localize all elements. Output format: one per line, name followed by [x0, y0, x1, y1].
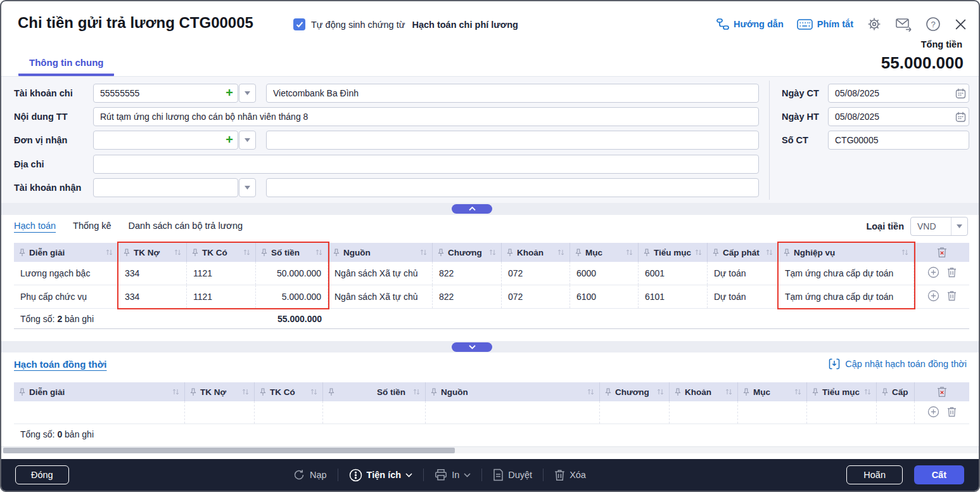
receiver-name-input[interactable]: [266, 131, 759, 150]
sort-icon[interactable]: [172, 388, 179, 396]
approve-button[interactable]: Duyệt: [493, 469, 532, 481]
cell-source[interactable]: Ngân sách Xã tự chủ: [328, 285, 433, 308]
col-credit-account[interactable]: TK Có: [187, 243, 256, 262]
receiver-unit-dropdown-button[interactable]: [239, 131, 256, 150]
bank-name-input[interactable]: [266, 84, 759, 103]
table-row[interactable]: Lương ngạch bậc 334 1121 50.000.000 Ngân…: [14, 262, 969, 285]
delete-button[interactable]: Xóa: [554, 469, 586, 481]
posting-date-input[interactable]: [828, 107, 969, 126]
cell-chapter[interactable]: 822: [433, 262, 502, 285]
tab-statistics[interactable]: Thống kê: [73, 221, 111, 231]
pay-account-dropdown-button[interactable]: [239, 84, 256, 103]
col-sub-item[interactable]: Tiểu mục: [639, 243, 708, 262]
sort-icon[interactable]: [310, 388, 317, 396]
cell-allocation[interactable]: Dự toán: [708, 262, 779, 285]
receive-account-input[interactable]: [93, 178, 238, 197]
cell-item[interactable]: [738, 401, 807, 424]
col-credit-account[interactable]: TK Có: [255, 382, 323, 401]
cell-source[interactable]: Ngân sách Xã tự chủ: [328, 262, 433, 285]
guide-link[interactable]: Hướng dẫn: [716, 18, 784, 30]
cell-amount[interactable]: 5.000.000: [256, 285, 328, 308]
col-amount[interactable]: Số tiền: [323, 382, 426, 401]
tab-accounting[interactable]: Hạch toán: [14, 221, 56, 231]
sort-icon[interactable]: [242, 388, 249, 396]
save-button[interactable]: Cất: [914, 465, 964, 484]
delete-all-rows-button[interactable]: [915, 382, 969, 401]
sort-icon[interactable]: [901, 249, 908, 256]
cell-debit[interactable]: [185, 401, 255, 424]
cell-credit[interactable]: [255, 401, 323, 424]
sort-icon[interactable]: [557, 249, 564, 256]
postpone-button[interactable]: Hoãn: [846, 465, 903, 484]
cell-item[interactable]: 6000: [570, 262, 639, 285]
sort-icon[interactable]: [413, 388, 420, 396]
receive-bank-input[interactable]: [266, 178, 759, 197]
col-chapter[interactable]: Chương: [433, 243, 502, 262]
currency-dropdown-button[interactable]: [951, 217, 967, 235]
col-sub-item[interactable]: Tiểu mục: [807, 382, 877, 401]
cell-allocation[interactable]: Dự toán: [708, 285, 779, 308]
cell-item-group[interactable]: 072: [502, 285, 570, 308]
delete-row-button[interactable]: [947, 267, 957, 280]
currency-select[interactable]: VND: [910, 217, 968, 236]
sort-icon[interactable]: [766, 249, 773, 256]
sort-icon[interactable]: [243, 249, 250, 256]
collapse-form-button[interactable]: [452, 204, 492, 214]
cell-description[interactable]: [14, 401, 185, 424]
col-debit-account[interactable]: TK Nợ: [185, 382, 255, 401]
cell-item[interactable]: 6100: [570, 285, 639, 308]
cell-item-group[interactable]: [670, 401, 738, 424]
sort-icon[interactable]: [695, 249, 702, 256]
cell-sub-item[interactable]: 6001: [639, 262, 708, 285]
add-receiver-icon[interactable]: +: [223, 131, 236, 150]
scrollbar-thumb[interactable]: [3, 448, 455, 453]
cell-sub-item[interactable]: 6101: [639, 285, 708, 308]
doc-date-input[interactable]: [828, 84, 969, 103]
sort-icon[interactable]: [626, 249, 633, 256]
cell-credit[interactable]: 1121: [187, 262, 256, 285]
help-button[interactable]: ?: [926, 16, 941, 32]
simultaneous-title-link[interactable]: Hạch toán đồng thời: [14, 359, 106, 370]
receive-account-dropdown-button[interactable]: [239, 178, 256, 197]
horizontal-scrollbar[interactable]: [1, 446, 979, 453]
cell-source[interactable]: [426, 401, 600, 424]
sort-icon[interactable]: [725, 388, 732, 396]
sort-icon[interactable]: [794, 388, 801, 396]
reload-button[interactable]: Nạp: [293, 469, 327, 481]
send-mail-button[interactable]: [895, 17, 912, 32]
empty-row[interactable]: [14, 401, 969, 424]
cell-description[interactable]: Phụ cấp chức vụ: [14, 285, 118, 308]
update-simultaneous-link[interactable]: Cập nhật hạch toán đồng thời: [829, 358, 967, 370]
add-row-button[interactable]: [927, 406, 939, 420]
col-operation[interactable]: Nghiệp vụ: [779, 243, 914, 262]
col-source[interactable]: Nguồn: [328, 243, 433, 262]
cell-operation[interactable]: Tạm ứng chưa cấp dự toán: [779, 262, 914, 285]
receiver-unit-input[interactable]: [93, 131, 238, 150]
doc-number-input[interactable]: [828, 131, 969, 150]
cell-amount[interactable]: 50.000.000: [256, 262, 328, 285]
sort-icon[interactable]: [489, 249, 496, 256]
cell-allocation[interactable]: [877, 401, 915, 424]
print-button[interactable]: In: [435, 469, 471, 481]
col-item[interactable]: Mục: [738, 382, 807, 401]
sort-icon[interactable]: [420, 249, 427, 256]
cell-debit[interactable]: 334: [118, 285, 187, 308]
cell-amount[interactable]: [323, 401, 426, 424]
shortcuts-link[interactable]: Phím tắt: [797, 19, 853, 30]
collapse-table-button[interactable]: [452, 342, 492, 352]
col-amount[interactable]: Số tiền: [256, 243, 328, 262]
cell-item-group[interactable]: 072: [502, 262, 570, 285]
cell-debit[interactable]: 334: [118, 262, 187, 285]
address-input[interactable]: [93, 155, 759, 174]
cell-sub-item[interactable]: [807, 401, 877, 424]
tab-general-info[interactable]: Thông tin chung: [18, 57, 114, 76]
sort-icon[interactable]: [587, 388, 594, 396]
posting-date-calendar-button[interactable]: [952, 107, 969, 126]
delete-all-rows-button[interactable]: [914, 243, 969, 262]
cell-operation[interactable]: Tạm ứng chưa cấp dự toán: [779, 285, 914, 308]
autogen-checkbox[interactable]: [293, 18, 305, 30]
utilities-button[interactable]: Tiện ích: [349, 469, 413, 482]
table-row[interactable]: Phụ cấp chức vụ 334 1121 5.000.000 Ngân …: [14, 285, 969, 309]
add-row-button[interactable]: [927, 266, 939, 280]
col-source[interactable]: Nguồn: [426, 382, 600, 401]
